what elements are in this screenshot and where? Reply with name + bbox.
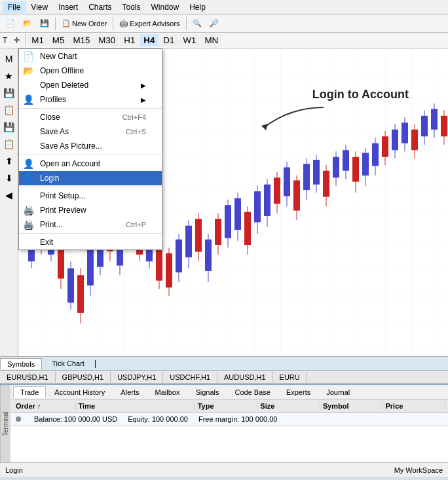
svg-rect-10 xyxy=(67,268,74,303)
sep-c xyxy=(19,187,162,187)
svg-rect-44 xyxy=(234,198,241,230)
toolbar-new-chart[interactable]: 📄 xyxy=(3,17,18,29)
svg-rect-48 xyxy=(254,191,261,222)
col-size: Size xyxy=(257,402,320,410)
symbol-tabs-row: EURUSD,H1 GBPUSD,H1 USDJPY,H1 USDCHF,H1 … xyxy=(0,371,448,384)
toolbar-zoom-in[interactable]: 🔍 xyxy=(189,17,205,29)
sidebar-marketwatch[interactable]: M xyxy=(1,51,17,67)
terminal-tabs: Trade Account History Alerts Mailbox Sig… xyxy=(10,385,448,399)
tf-m5[interactable]: M5 xyxy=(48,34,69,46)
crosshair-btn[interactable]: ✛ xyxy=(10,34,23,46)
sidebar-btn5[interactable]: 💾 xyxy=(1,119,17,135)
tab-code-base[interactable]: Code Base xyxy=(227,386,277,398)
toolbar-save[interactable]: 💾 xyxy=(37,17,52,29)
sidebar-btn4[interactable]: 📋 xyxy=(1,102,17,118)
symbol-gbpusd[interactable]: GBPUSD,H1 xyxy=(56,372,111,382)
sep-b xyxy=(19,155,162,155)
svg-rect-86 xyxy=(441,116,447,136)
menu-save-as-picture[interactable]: Save As Picture... xyxy=(19,139,162,153)
file-dropdown: 📄 New Chart 📂 Open Offline Open Deleted … xyxy=(18,48,162,250)
profiles-label: Profiles xyxy=(40,95,66,104)
sep3 xyxy=(186,17,187,30)
terminal-panel: Terminal Trade Account History Alerts Ma… xyxy=(0,384,448,462)
tab-journal[interactable]: Journal xyxy=(319,386,357,398)
tf-h4[interactable]: H4 xyxy=(140,34,159,46)
sidebar-btn3[interactable]: 💾 xyxy=(1,85,17,101)
sep-d xyxy=(19,233,162,234)
toolbar-zoom-out[interactable]: 🔎 xyxy=(206,17,222,29)
menu-close[interactable]: Close Ctrl+F4 xyxy=(19,110,162,124)
toolbar-new-order[interactable]: 📋 New Order xyxy=(58,17,110,29)
svg-rect-54 xyxy=(284,167,290,196)
menu-print-setup[interactable]: Print Setup... xyxy=(19,189,162,203)
print-preview-icon: 🖨️ xyxy=(23,205,34,215)
trade-table-header: Order ↑ Time Type Size Symbol Price xyxy=(10,399,448,413)
svg-marker-87 xyxy=(261,124,268,130)
sidebar-btn9[interactable]: ◀ xyxy=(1,187,17,203)
tab-account-history[interactable]: Account History xyxy=(47,386,112,398)
menu-open-account[interactable]: 👤 Open an Account xyxy=(19,157,162,171)
menu-charts[interactable]: Charts xyxy=(83,1,117,13)
sidebar-btn7[interactable]: ⬆ xyxy=(1,153,17,169)
tab-signals[interactable]: Signals xyxy=(188,386,226,398)
tf-toolbar: T ✛ M1 M5 M15 M30 H1 H4 D1 W1 MN xyxy=(0,33,448,48)
tf-d1[interactable]: D1 xyxy=(159,34,178,46)
tab-alerts[interactable]: Alerts xyxy=(113,386,146,398)
dropdown-menu: 📄 New Chart 📂 Open Offline Open Deleted … xyxy=(18,48,162,250)
sidebar: M ★ 💾 📋 💾 📋 ⬆ ⬇ ◀ xyxy=(0,48,18,356)
tab-experts[interactable]: Experts xyxy=(279,386,318,398)
menu-print[interactable]: 🖨️ Print... Ctrl+P xyxy=(19,217,162,232)
print-label: Print... xyxy=(40,220,63,229)
tab-trade[interactable]: Trade xyxy=(13,386,46,398)
menu-file[interactable]: File xyxy=(3,1,26,13)
symbol-audusd[interactable]: AUDUSD,H1 xyxy=(217,372,273,382)
print-setup-label: Print Setup... xyxy=(40,191,85,200)
tf-w1[interactable]: W1 xyxy=(179,34,200,46)
svg-rect-38 xyxy=(205,240,212,271)
menu-open-offline[interactable]: 📂 Open Offline xyxy=(19,64,162,78)
toolbar-open[interactable]: 📂 xyxy=(20,17,35,29)
symbol-usdchf[interactable]: USDCHF,H1 xyxy=(163,372,217,382)
symbols-tab[interactable]: Symbols xyxy=(0,358,42,369)
col-price: Price xyxy=(383,402,445,410)
sep4 xyxy=(25,34,26,47)
menu-new-chart[interactable]: 📄 New Chart xyxy=(19,49,162,64)
tf-mn[interactable]: MN xyxy=(200,34,222,46)
symbol-eurusd[interactable]: EURUSD,H1 xyxy=(0,372,56,382)
tf-m1[interactable]: M1 xyxy=(28,34,48,46)
tf-m30[interactable]: M30 xyxy=(94,34,119,46)
menu-tools[interactable]: Tools xyxy=(117,1,146,13)
menu-help[interactable]: Help xyxy=(184,1,211,13)
symbol-euru[interactable]: EURU xyxy=(273,372,307,382)
tick-chart-tab[interactable]: Tick Chart xyxy=(45,358,92,369)
sidebar-navigator[interactable]: ★ xyxy=(1,68,17,84)
save-icon: 💾 xyxy=(40,19,49,28)
new-chart-label: New Chart xyxy=(40,52,77,61)
tab-mailbox[interactable]: Mailbox xyxy=(147,386,187,398)
menu-profiles[interactable]: 👤 Profiles ▶ xyxy=(19,92,162,107)
tf-m15[interactable]: M15 xyxy=(69,34,94,46)
menu-window[interactable]: Window xyxy=(146,1,185,13)
sidebar-btn8[interactable]: ⬇ xyxy=(1,170,17,186)
zoom-out-icon: 🔎 xyxy=(210,19,219,28)
sidebar-btn6[interactable]: 📋 xyxy=(1,136,17,152)
tf-h1[interactable]: H1 xyxy=(120,34,139,46)
menu-open-deleted[interactable]: Open Deleted ▶ xyxy=(19,78,162,92)
open-offline-label: Open Offline xyxy=(40,66,84,75)
svg-rect-82 xyxy=(421,116,428,136)
menu-save-as[interactable]: Save As Ctrl+S xyxy=(19,124,162,139)
svg-rect-60 xyxy=(313,160,320,185)
svg-rect-56 xyxy=(293,180,300,210)
menu-login[interactable]: 👤 Login xyxy=(19,171,162,185)
svg-rect-84 xyxy=(431,109,438,129)
menu-print-preview[interactable]: 🖨️ Print Preview xyxy=(19,203,162,217)
zoom-in-icon: 🔍 xyxy=(193,19,202,28)
toolbar-expert-advisors[interactable]: 🤖 Expert Advisors xyxy=(116,17,183,29)
symbol-usdjpy[interactable]: USDJPY,H1 xyxy=(111,372,163,382)
menu-exit[interactable]: Exit xyxy=(19,235,162,249)
annotation-arrow xyxy=(252,101,330,134)
menu-insert[interactable]: Insert xyxy=(53,1,83,13)
save-as-label: Save As xyxy=(40,127,69,136)
svg-rect-32 xyxy=(176,240,182,272)
menu-view[interactable]: View xyxy=(26,1,53,13)
